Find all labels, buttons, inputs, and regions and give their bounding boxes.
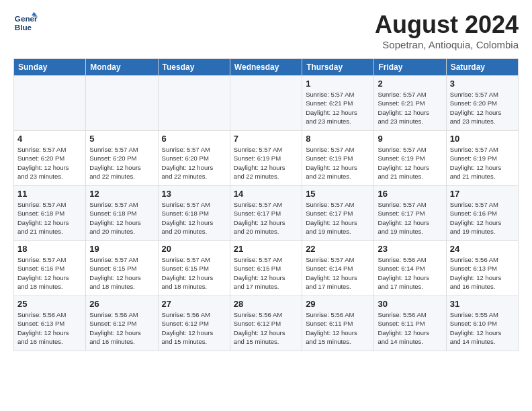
calendar-cell bbox=[230, 76, 302, 131]
calendar-week-row: 11Sunrise: 5:57 AM Sunset: 6:18 PM Dayli… bbox=[14, 186, 519, 241]
day-info: Sunrise: 5:57 AM Sunset: 6:20 PM Dayligh… bbox=[17, 145, 82, 181]
day-info: Sunrise: 5:57 AM Sunset: 6:18 PM Dayligh… bbox=[89, 200, 154, 236]
day-number: 14 bbox=[234, 189, 298, 199]
day-number: 3 bbox=[450, 79, 515, 89]
calendar-cell: 12Sunrise: 5:57 AM Sunset: 6:18 PM Dayli… bbox=[86, 186, 158, 241]
logo-icon: General Blue bbox=[13, 11, 38, 35]
calendar-cell: 27Sunrise: 5:56 AM Sunset: 6:12 PM Dayli… bbox=[158, 296, 230, 351]
calendar-cell: 4Sunrise: 5:57 AM Sunset: 6:20 PM Daylig… bbox=[14, 131, 86, 186]
calendar-cell: 7Sunrise: 5:57 AM Sunset: 6:19 PM Daylig… bbox=[230, 131, 302, 186]
page-subtitle: Sopetran, Antioquia, Colombia bbox=[375, 39, 519, 50]
calendar-cell: 20Sunrise: 5:57 AM Sunset: 6:15 PM Dayli… bbox=[158, 241, 230, 296]
calendar-cell: 15Sunrise: 5:57 AM Sunset: 6:17 PM Dayli… bbox=[302, 186, 374, 241]
calendar-cell: 10Sunrise: 5:57 AM Sunset: 6:19 PM Dayli… bbox=[446, 131, 518, 186]
day-number: 11 bbox=[17, 189, 82, 199]
calendar-week-row: 1Sunrise: 5:57 AM Sunset: 6:21 PM Daylig… bbox=[14, 76, 519, 131]
calendar-cell: 11Sunrise: 5:57 AM Sunset: 6:18 PM Dayli… bbox=[14, 186, 86, 241]
day-number: 28 bbox=[234, 299, 298, 309]
day-info: Sunrise: 5:57 AM Sunset: 6:21 PM Dayligh… bbox=[306, 90, 370, 126]
day-number: 12 bbox=[89, 189, 154, 199]
calendar-body: 1Sunrise: 5:57 AM Sunset: 6:21 PM Daylig… bbox=[14, 76, 519, 351]
day-info: Sunrise: 5:57 AM Sunset: 6:19 PM Dayligh… bbox=[378, 145, 442, 181]
calendar-cell bbox=[158, 76, 230, 131]
weekday-header: Wednesday bbox=[230, 59, 302, 76]
day-info: Sunrise: 5:57 AM Sunset: 6:14 PM Dayligh… bbox=[306, 255, 370, 291]
day-number: 30 bbox=[378, 299, 442, 309]
page-title: August 2024 bbox=[375, 11, 519, 39]
calendar-cell: 28Sunrise: 5:56 AM Sunset: 6:12 PM Dayli… bbox=[230, 296, 302, 351]
calendar-cell: 17Sunrise: 5:57 AM Sunset: 6:16 PM Dayli… bbox=[446, 186, 518, 241]
calendar-cell: 30Sunrise: 5:56 AM Sunset: 6:11 PM Dayli… bbox=[374, 296, 446, 351]
calendar-cell: 18Sunrise: 5:57 AM Sunset: 6:16 PM Dayli… bbox=[14, 241, 86, 296]
calendar-cell: 13Sunrise: 5:57 AM Sunset: 6:18 PM Dayli… bbox=[158, 186, 230, 241]
day-number: 25 bbox=[17, 299, 82, 309]
day-info: Sunrise: 5:57 AM Sunset: 6:18 PM Dayligh… bbox=[162, 200, 226, 236]
svg-text:Blue: Blue bbox=[15, 23, 32, 32]
day-info: Sunrise: 5:57 AM Sunset: 6:16 PM Dayligh… bbox=[17, 255, 82, 291]
day-number: 22 bbox=[306, 244, 370, 254]
day-number: 26 bbox=[89, 299, 154, 309]
day-info: Sunrise: 5:57 AM Sunset: 6:17 PM Dayligh… bbox=[378, 200, 442, 236]
day-number: 6 bbox=[162, 134, 226, 144]
day-info: Sunrise: 5:57 AM Sunset: 6:17 PM Dayligh… bbox=[234, 200, 298, 236]
weekday-header: Thursday bbox=[302, 59, 374, 76]
day-number: 29 bbox=[306, 299, 370, 309]
day-number: 2 bbox=[378, 79, 442, 89]
logo: General Blue bbox=[13, 11, 38, 35]
day-info: Sunrise: 5:56 AM Sunset: 6:13 PM Dayligh… bbox=[17, 310, 82, 346]
day-info: Sunrise: 5:57 AM Sunset: 6:15 PM Dayligh… bbox=[89, 255, 154, 291]
day-info: Sunrise: 5:57 AM Sunset: 6:15 PM Dayligh… bbox=[234, 255, 298, 291]
day-info: Sunrise: 5:56 AM Sunset: 6:14 PM Dayligh… bbox=[378, 255, 442, 291]
day-info: Sunrise: 5:57 AM Sunset: 6:19 PM Dayligh… bbox=[450, 145, 515, 181]
calendar-table: SundayMondayTuesdayWednesdayThursdayFrid… bbox=[13, 58, 519, 351]
title-area: August 2024 Sopetran, Antioquia, Colombi… bbox=[375, 11, 519, 50]
day-info: Sunrise: 5:57 AM Sunset: 6:19 PM Dayligh… bbox=[306, 145, 370, 181]
day-number: 5 bbox=[89, 134, 154, 144]
calendar-cell: 31Sunrise: 5:55 AM Sunset: 6:10 PM Dayli… bbox=[446, 296, 518, 351]
day-info: Sunrise: 5:56 AM Sunset: 6:12 PM Dayligh… bbox=[162, 310, 226, 346]
calendar-cell: 25Sunrise: 5:56 AM Sunset: 6:13 PM Dayli… bbox=[14, 296, 86, 351]
calendar-cell: 1Sunrise: 5:57 AM Sunset: 6:21 PM Daylig… bbox=[302, 76, 374, 131]
day-info: Sunrise: 5:57 AM Sunset: 6:20 PM Dayligh… bbox=[162, 145, 226, 181]
day-number: 23 bbox=[378, 244, 442, 254]
day-number: 16 bbox=[378, 189, 442, 199]
calendar-cell: 21Sunrise: 5:57 AM Sunset: 6:15 PM Dayli… bbox=[230, 241, 302, 296]
day-info: Sunrise: 5:57 AM Sunset: 6:18 PM Dayligh… bbox=[17, 200, 82, 236]
weekday-header: Monday bbox=[86, 59, 158, 76]
day-number: 10 bbox=[450, 134, 515, 144]
day-number: 24 bbox=[450, 244, 515, 254]
day-number: 15 bbox=[306, 189, 370, 199]
day-info: Sunrise: 5:57 AM Sunset: 6:20 PM Dayligh… bbox=[89, 145, 154, 181]
calendar-cell: 24Sunrise: 5:56 AM Sunset: 6:13 PM Dayli… bbox=[446, 241, 518, 296]
day-number: 1 bbox=[306, 79, 370, 89]
day-info: Sunrise: 5:57 AM Sunset: 6:17 PM Dayligh… bbox=[306, 200, 370, 236]
day-info: Sunrise: 5:56 AM Sunset: 6:11 PM Dayligh… bbox=[378, 310, 442, 346]
day-info: Sunrise: 5:56 AM Sunset: 6:12 PM Dayligh… bbox=[89, 310, 154, 346]
day-number: 13 bbox=[162, 189, 226, 199]
calendar-cell: 16Sunrise: 5:57 AM Sunset: 6:17 PM Dayli… bbox=[374, 186, 446, 241]
day-info: Sunrise: 5:55 AM Sunset: 6:10 PM Dayligh… bbox=[450, 310, 515, 346]
day-number: 17 bbox=[450, 189, 515, 199]
day-number: 7 bbox=[234, 134, 298, 144]
day-info: Sunrise: 5:56 AM Sunset: 6:12 PM Dayligh… bbox=[234, 310, 298, 346]
calendar-cell: 14Sunrise: 5:57 AM Sunset: 6:17 PM Dayli… bbox=[230, 186, 302, 241]
day-info: Sunrise: 5:57 AM Sunset: 6:15 PM Dayligh… bbox=[162, 255, 226, 291]
calendar-cell bbox=[14, 76, 86, 131]
calendar-cell: 29Sunrise: 5:56 AM Sunset: 6:11 PM Dayli… bbox=[302, 296, 374, 351]
calendar-week-row: 18Sunrise: 5:57 AM Sunset: 6:16 PM Dayli… bbox=[14, 241, 519, 296]
calendar-week-row: 4Sunrise: 5:57 AM Sunset: 6:20 PM Daylig… bbox=[14, 131, 519, 186]
day-info: Sunrise: 5:56 AM Sunset: 6:13 PM Dayligh… bbox=[450, 255, 515, 291]
day-number: 27 bbox=[162, 299, 226, 309]
weekday-header: Friday bbox=[374, 59, 446, 76]
calendar-header-row: SundayMondayTuesdayWednesdayThursdayFrid… bbox=[14, 59, 519, 76]
calendar-cell: 9Sunrise: 5:57 AM Sunset: 6:19 PM Daylig… bbox=[374, 131, 446, 186]
day-number: 20 bbox=[162, 244, 226, 254]
calendar-cell: 8Sunrise: 5:57 AM Sunset: 6:19 PM Daylig… bbox=[302, 131, 374, 186]
calendar-cell: 6Sunrise: 5:57 AM Sunset: 6:20 PM Daylig… bbox=[158, 131, 230, 186]
day-info: Sunrise: 5:57 AM Sunset: 6:19 PM Dayligh… bbox=[234, 145, 298, 181]
calendar-cell: 2Sunrise: 5:57 AM Sunset: 6:21 PM Daylig… bbox=[374, 76, 446, 131]
day-info: Sunrise: 5:57 AM Sunset: 6:20 PM Dayligh… bbox=[450, 90, 515, 126]
calendar-cell: 3Sunrise: 5:57 AM Sunset: 6:20 PM Daylig… bbox=[446, 76, 518, 131]
day-info: Sunrise: 5:57 AM Sunset: 6:21 PM Dayligh… bbox=[378, 90, 442, 126]
day-number: 21 bbox=[234, 244, 298, 254]
